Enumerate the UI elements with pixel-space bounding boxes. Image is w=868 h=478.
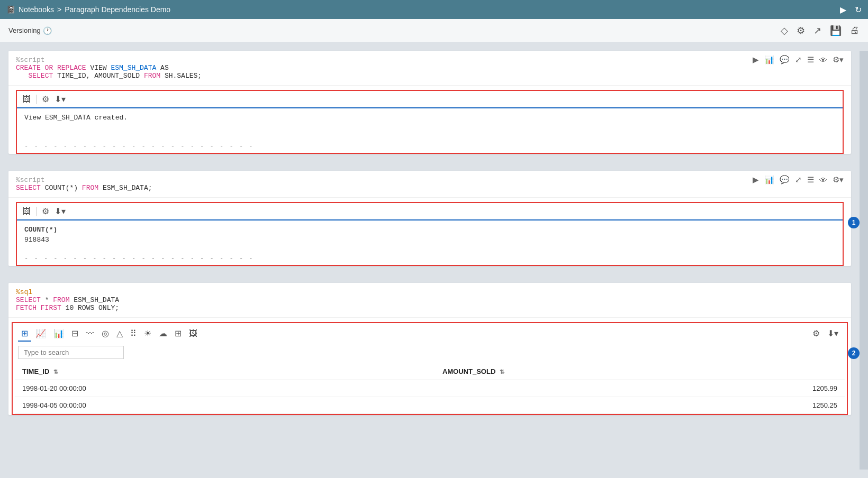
col-header-amount-sold: AMOUNT_SOLD ⇅ bbox=[435, 363, 845, 380]
notebook-icon: 📓 bbox=[6, 5, 15, 14]
notebook-area: ▶ 📊 💬 ⤢ ☰ 👁 ⚙▾ %script CREATE OR REPLACE… bbox=[0, 51, 860, 470]
search-input[interactable] bbox=[18, 346, 124, 359]
run-icon[interactable]: ▶ bbox=[840, 5, 846, 15]
topbar-title: 📓 Notebooks > Paragraph Dependencies Dem… bbox=[6, 5, 836, 14]
cell-time-id: 1998-01-20 00:00:00 bbox=[15, 380, 435, 397]
para2-result-content: COUNT(*) 918843 bbox=[17, 220, 843, 252]
para3-search-box bbox=[18, 346, 842, 359]
para1-list-icon[interactable]: ☰ bbox=[807, 55, 814, 65]
paragraph-2: ▶ 📊 💬 ⤢ ☰ 👁 ⚙▾ %script SELECT COUNT(*) F… bbox=[8, 171, 851, 266]
main-content: ▶ 📊 💬 ⤢ ☰ 👁 ⚙▾ %script CREATE OR REPLACE… bbox=[0, 42, 868, 478]
topbar-actions: ▶ ↻ bbox=[840, 5, 862, 15]
para2-rt-img[interactable]: 🖼 bbox=[22, 207, 31, 216]
export-icon[interactable]: ↗ bbox=[813, 25, 821, 36]
para1-result-toolbar: 🖼 ⚙ ⬇▾ bbox=[17, 91, 843, 108]
tab-scatter[interactable]: ⊟ bbox=[68, 326, 82, 342]
para2-result-col: COUNT(*) bbox=[24, 226, 835, 234]
para2-dashes: - - - - - - - - - - - - - - - - - - - - … bbox=[17, 252, 843, 265]
para2-badge: 1 bbox=[848, 217, 860, 228]
breadcrumb-notebooks[interactable]: Notebooks bbox=[19, 5, 54, 14]
para1-code: %script CREATE OR REPLACE VIEW ESM_SH_DA… bbox=[8, 51, 851, 86]
tab-grid[interactable]: ⠿ bbox=[127, 326, 140, 342]
paragraph-1-wrapper: ▶ 📊 💬 ⤢ ☰ 👁 ⚙▾ %script CREATE OR REPLACE… bbox=[8, 51, 851, 162]
tab-sunburst[interactable]: ☀ bbox=[141, 326, 155, 342]
tab-table[interactable]: ⊞ bbox=[18, 326, 31, 342]
para2-magic: %script bbox=[16, 176, 45, 184]
para1-actions: ▶ 📊 💬 ⤢ ☰ 👁 ⚙▾ bbox=[753, 55, 844, 65]
cell-time-id: 1998-04-05 00:00:00 bbox=[15, 397, 435, 414]
para2-result-box: 🖼 ⚙ ⬇▾ COUNT(*) 918843 - - - - - - - - -… bbox=[16, 202, 844, 266]
para1-expand-icon[interactable]: ⤢ bbox=[795, 55, 802, 65]
para3-code: %sql SELECT * FROM ESM_SH_DATA FETCH FIR… bbox=[8, 283, 851, 318]
sort-amount-sold[interactable]: ⇅ bbox=[500, 369, 504, 375]
para1-result-content: View ESM_SH_DATA created. bbox=[17, 108, 843, 140]
filter-icon[interactable]: ⚙ bbox=[797, 25, 805, 36]
para2-result-toolbar: 🖼 ⚙ ⬇▾ bbox=[17, 203, 843, 220]
para1-magic: %script bbox=[16, 56, 45, 64]
tab-line[interactable]: 📈 bbox=[32, 326, 49, 342]
para3-view-tabs: ⊞ 📈 📊 ⊟ 〰 ◎ △ ⠿ ☀ ☁ ⊞ 🖼 ⚙ ⬇▾ bbox=[13, 323, 847, 342]
para1-result-box: 🖼 ⚙ ⬇▾ View ESM_SH_DATA created. - - - -… bbox=[16, 90, 844, 154]
right-sidebar bbox=[860, 51, 868, 470]
print-icon[interactable]: 🖨 bbox=[850, 25, 860, 36]
tab-bar[interactable]: 📊 bbox=[50, 326, 67, 342]
versioning-label: Versioning bbox=[8, 26, 41, 34]
para2-actions: ▶ 📊 💬 ⤢ ☰ 👁 ⚙▾ bbox=[753, 175, 844, 185]
paragraph-1: ▶ 📊 💬 ⤢ ☰ 👁 ⚙▾ %script CREATE OR REPLACE… bbox=[8, 51, 851, 154]
col-header-time-id: TIME_ID ⇅ bbox=[15, 363, 435, 380]
para2-list-icon[interactable]: ☰ bbox=[807, 175, 814, 185]
para2-rt-download[interactable]: ⬇▾ bbox=[55, 206, 66, 216]
tab-multiline[interactable]: 〰 bbox=[83, 327, 97, 342]
paragraph-3-wrapper: %sql SELECT * FROM ESM_SH_DATA FETCH FIR… bbox=[8, 283, 851, 424]
tab-network[interactable]: ⊞ bbox=[171, 326, 185, 342]
para1-rt-download[interactable]: ⬇▾ bbox=[55, 94, 66, 104]
para1-rt-img[interactable]: 🖼 bbox=[22, 95, 31, 104]
para3-result-box: ⊞ 📈 📊 ⊟ 〰 ◎ △ ⠿ ☀ ☁ ⊞ 🖼 ⚙ ⬇▾ bbox=[12, 322, 848, 415]
para2-expand-icon[interactable]: ⤢ bbox=[795, 175, 802, 185]
table-row: 1998-01-20 00:00:001205.99 bbox=[15, 380, 845, 397]
tab-cloud[interactable]: ☁ bbox=[156, 326, 170, 342]
para1-comment-icon[interactable]: 💬 bbox=[780, 55, 790, 65]
sort-time-id[interactable]: ⇅ bbox=[53, 369, 58, 375]
paragraph-3: %sql SELECT * FROM ESM_SH_DATA FETCH FIR… bbox=[8, 283, 851, 415]
para2-result-val: 918843 bbox=[24, 236, 835, 244]
breadcrumb-page: Paragraph Dependencies Demo bbox=[65, 5, 170, 14]
para1-dashes: - - - - - - - - - - - - - - - - - - - - … bbox=[17, 140, 843, 153]
tab-download[interactable]: ⬇▾ bbox=[824, 326, 842, 342]
eraser-icon[interactable]: ◇ bbox=[781, 25, 788, 36]
para3-badge: 2 bbox=[848, 347, 860, 359]
para1-rt-filter[interactable]: ⚙ bbox=[42, 94, 49, 104]
para1-run-icon[interactable]: ▶ bbox=[753, 55, 759, 65]
para2-rt-filter[interactable]: ⚙ bbox=[42, 206, 49, 216]
versioning-section: Versioning 🕐 bbox=[8, 26, 774, 35]
para2-comment-icon[interactable]: 💬 bbox=[780, 175, 790, 185]
para2-eye-icon[interactable]: 👁 bbox=[819, 176, 827, 185]
topbar: 📓 Notebooks > Paragraph Dependencies Dem… bbox=[0, 0, 868, 19]
tab-pie[interactable]: ◎ bbox=[98, 326, 112, 342]
para2-code: %script SELECT COUNT(*) FROM ESM_SH_DATA… bbox=[8, 171, 851, 198]
cell-amount-sold: 1250.25 bbox=[435, 397, 845, 414]
para3-magic: %sql bbox=[16, 288, 32, 296]
tab-triangle[interactable]: △ bbox=[113, 326, 126, 342]
tab-settings[interactable]: ⚙ bbox=[809, 326, 823, 342]
para1-chart-icon[interactable]: 📊 bbox=[764, 55, 774, 65]
table-row: 1998-04-05 00:00:001250.25 bbox=[15, 397, 845, 414]
versioning-icon[interactable]: 🕐 bbox=[43, 26, 52, 35]
cell-amount-sold: 1205.99 bbox=[435, 380, 845, 397]
para3-table-wrapper: TIME_ID ⇅ AMOUNT_SOLD ⇅ bbox=[13, 363, 847, 414]
refresh-icon[interactable]: ↻ bbox=[855, 5, 862, 15]
para2-settings-icon[interactable]: ⚙▾ bbox=[833, 175, 844, 185]
para2-run-icon[interactable]: ▶ bbox=[753, 175, 759, 185]
para1-result-text: View ESM_SH_DATA created. bbox=[24, 114, 128, 122]
para2-chart-icon[interactable]: 📊 bbox=[764, 175, 774, 185]
toolbar-row: Versioning 🕐 ◇ ⚙ ↗ 💾 🖨 bbox=[0, 19, 868, 42]
para1-settings-icon[interactable]: ⚙▾ bbox=[833, 55, 844, 65]
save-icon[interactable]: 💾 bbox=[830, 25, 842, 36]
paragraph-2-wrapper: ▶ 📊 💬 ⤢ ☰ 👁 ⚙▾ %script SELECT COUNT(*) F… bbox=[8, 171, 851, 274]
para1-eye-icon[interactable]: 👁 bbox=[819, 56, 827, 65]
data-table: TIME_ID ⇅ AMOUNT_SOLD ⇅ bbox=[15, 363, 845, 414]
breadcrumb-sep: > bbox=[57, 5, 61, 14]
toolbar-icons: ◇ ⚙ ↗ 💾 🖨 bbox=[781, 25, 860, 36]
tab-img[interactable]: 🖼 bbox=[186, 327, 201, 342]
